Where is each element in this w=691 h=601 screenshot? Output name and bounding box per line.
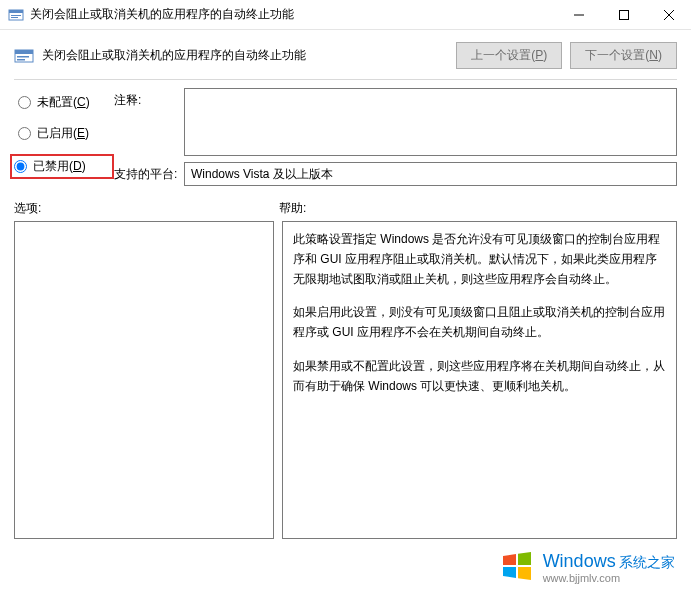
previous-setting-button[interactable]: 上一个设置(P) (456, 42, 562, 69)
policy-icon (14, 46, 34, 66)
svg-rect-11 (17, 59, 25, 61)
options-label: 选项: (14, 200, 279, 217)
svg-rect-3 (11, 17, 18, 18)
svg-rect-10 (17, 56, 29, 58)
help-text-2: 如果启用此设置，则没有可见顶级窗口且阻止或取消关机的控制台应用程序或 GUI 应… (293, 303, 666, 343)
header-row: 关闭会阻止或取消关机的应用程序的自动终止功能 上一个设置(P) 下一个设置(N) (0, 30, 691, 79)
divider (14, 79, 677, 80)
maximize-button[interactable] (601, 0, 646, 30)
help-panel[interactable]: 此策略设置指定 Windows 是否允许没有可见顶级窗口的控制台应用程序和 GU… (282, 221, 677, 539)
radio-enabled-input[interactable] (18, 127, 31, 140)
platform-input[interactable] (184, 162, 677, 186)
help-text-3: 如果禁用或不配置此设置，则这些应用程序将在关机期间自动终止，从而有助于确保 Wi… (293, 357, 666, 397)
config-area: 未配置(C) 已启用(E) 已禁用(D) 注释: 支持的平台: (0, 84, 691, 192)
watermark-title: Windows (543, 551, 616, 571)
close-button[interactable] (646, 0, 691, 30)
svg-rect-9 (15, 50, 33, 54)
radio-group: 未配置(C) 已启用(E) 已禁用(D) (14, 88, 114, 192)
titlebar: 关闭会阻止或取消关机的应用程序的自动终止功能 (0, 0, 691, 30)
help-text-1: 此策略设置指定 Windows 是否允许没有可见顶级窗口的控制台应用程序和 GU… (293, 230, 666, 289)
policy-title: 关闭会阻止或取消关机的应用程序的自动终止功能 (42, 47, 456, 64)
svg-marker-12 (503, 554, 516, 565)
lower-area: 选项: 帮助: 此策略设置指定 Windows 是否允许没有可见顶级窗口的控制台… (0, 192, 691, 539)
svg-rect-2 (11, 15, 21, 16)
watermark-subtitle: 系统之家 (619, 554, 675, 570)
windows-logo-icon (499, 548, 535, 587)
app-icon (8, 7, 24, 23)
radio-not-configured-input[interactable] (18, 96, 31, 109)
window-controls (556, 0, 691, 29)
next-setting-button[interactable]: 下一个设置(N) (570, 42, 677, 69)
radio-enabled[interactable]: 已启用(E) (14, 123, 114, 144)
window-title: 关闭会阻止或取消关机的应用程序的自动终止功能 (30, 6, 556, 23)
minimize-button[interactable] (556, 0, 601, 30)
svg-marker-14 (503, 567, 516, 578)
watermark: Windows 系统之家 www.bjjmlv.com (499, 548, 675, 587)
platform-label: 支持的平台: (114, 162, 184, 183)
watermark-url: www.bjjmlv.com (543, 572, 675, 584)
fields-column: 注释: 支持的平台: (114, 88, 677, 192)
svg-rect-5 (619, 11, 628, 20)
radio-not-configured[interactable]: 未配置(C) (14, 92, 114, 113)
help-label: 帮助: (279, 200, 306, 217)
svg-marker-13 (518, 552, 531, 565)
svg-rect-1 (9, 10, 23, 13)
radio-disabled-input[interactable] (14, 160, 27, 173)
svg-marker-15 (518, 567, 531, 580)
options-panel[interactable] (14, 221, 274, 539)
comment-label: 注释: (114, 88, 184, 109)
radio-disabled[interactable]: 已禁用(D) (10, 154, 114, 179)
comment-input[interactable] (184, 88, 677, 156)
